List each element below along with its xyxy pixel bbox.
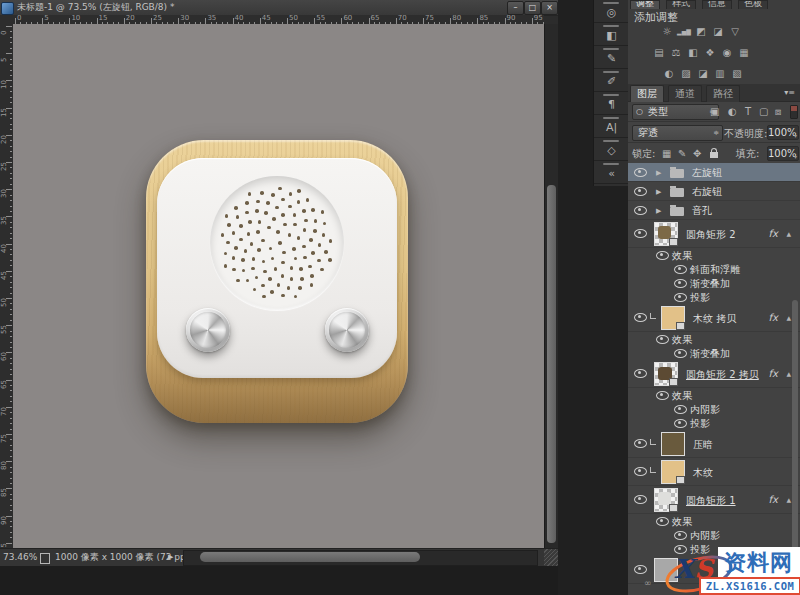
adjustment-hue-saturation[interactable]: ▤	[652, 45, 666, 60]
document-titlebar[interactable]: 未标题-1 @ 73.5% (左旋钮, RGB/8) * – □ ×	[0, 0, 558, 16]
filter-kind-select[interactable]: ○ 类型 ≑	[632, 104, 719, 120]
close-button[interactable]: ×	[541, 1, 558, 15]
effects-header-label[interactable]: 效果	[672, 249, 692, 263]
panel-menu-icon[interactable]: ▾≡	[784, 88, 795, 97]
effect-name[interactable]: 渐变叠加	[690, 347, 730, 361]
visibility-eye-icon[interactable]	[674, 405, 687, 414]
fx-collapse-icon[interactable]: ▲	[786, 314, 791, 321]
visibility-eye-icon[interactable]	[634, 187, 647, 196]
adjustment-gradient-map[interactable]: ▥	[713, 66, 727, 81]
layer-name[interactable]: 圆角矩形 1	[686, 494, 736, 508]
layer-name[interactable]: 压暗	[693, 438, 713, 452]
layer-group-row[interactable]: ▶左旋钮	[628, 163, 800, 182]
layer-row[interactable]: 木纹	[628, 458, 800, 486]
visibility-eye-icon[interactable]	[674, 265, 687, 274]
horizontal-scrollbar[interactable]	[183, 550, 538, 566]
visibility-eye-icon[interactable]	[634, 369, 647, 378]
document-canvas[interactable]	[13, 24, 544, 548]
panel-paragraph[interactable]: ¶	[594, 92, 629, 115]
visibility-eye-icon[interactable]	[674, 279, 687, 288]
visibility-eye-icon[interactable]	[634, 467, 647, 476]
visibility-eye-icon[interactable]	[656, 251, 669, 260]
fx-badge[interactable]: fx	[769, 228, 778, 239]
vertical-ruler[interactable]: 05101520253035404550556065707580859095	[0, 24, 14, 548]
layer-thumbnail[interactable]	[654, 362, 678, 386]
layer-effect-row[interactable]: 斜面和浮雕	[628, 262, 800, 275]
adjustment-levels[interactable]: ▂▅▇	[677, 24, 691, 39]
layer-name[interactable]: 木纹 拷贝	[693, 312, 736, 326]
fx-badge[interactable]: fx	[769, 312, 778, 323]
layer-effect-row[interactable]: 内阴影	[628, 402, 800, 415]
adjustment-channel-mixer[interactable]: ◉	[720, 45, 734, 60]
visibility-eye-icon[interactable]	[634, 439, 647, 448]
layer-effect-row[interactable]: 内阴影	[628, 528, 800, 541]
visibility-eye-icon[interactable]	[656, 517, 669, 526]
fx-collapse-icon[interactable]: ▲	[786, 496, 791, 503]
tab-paths[interactable]: 路径	[706, 85, 740, 102]
visibility-eye-icon[interactable]	[656, 335, 669, 344]
layer-thumbnail[interactable]	[661, 460, 685, 484]
layer-name[interactable]: 木纹	[693, 466, 713, 480]
maximize-button[interactable]: □	[524, 1, 541, 15]
layer-effect-row[interactable]: 投影	[628, 416, 800, 429]
visibility-eye-icon[interactable]	[634, 565, 647, 574]
effect-name[interactable]: 斜面和浮雕	[690, 263, 740, 277]
filter-type-icon[interactable]: T	[745, 104, 751, 119]
filter-pixel-icon[interactable]: ▣	[710, 104, 719, 119]
status-arrow-icon[interactable]: ▶	[168, 549, 173, 565]
visibility-eye-icon[interactable]	[656, 391, 669, 400]
tab-channels[interactable]: 通道	[668, 85, 702, 102]
fx-badge[interactable]: fx	[769, 368, 778, 379]
panel-3d[interactable]: ◇	[594, 138, 629, 161]
horizontal-scrollbar-thumb[interactable]	[200, 552, 420, 562]
adjustments-tab-3[interactable]: 色板	[738, 0, 768, 9]
visibility-eye-icon[interactable]	[674, 349, 687, 358]
fx-badge[interactable]: fx	[769, 494, 778, 505]
visibility-eye-icon[interactable]	[634, 168, 647, 177]
resize-grip[interactable]	[544, 549, 558, 566]
effects-header-label[interactable]: 效果	[672, 515, 692, 529]
adjustment-threshold[interactable]: ◪	[696, 66, 710, 81]
link-layers-icon[interactable]: ∞	[644, 578, 652, 588]
adjustment-posterize[interactable]: ▨	[679, 66, 693, 81]
adjustment-selective-color[interactable]: ▧	[730, 66, 744, 81]
tab-layers[interactable]: 图层	[630, 85, 664, 102]
layer-effect-row[interactable]: 效果	[628, 332, 800, 345]
effect-name[interactable]: 内阴影	[690, 403, 720, 417]
layer-effect-row[interactable]: 渐变叠加	[628, 276, 800, 289]
visibility-eye-icon[interactable]	[634, 229, 647, 238]
visibility-eye-icon[interactable]	[634, 206, 647, 215]
effect-name[interactable]: 投影	[690, 291, 710, 305]
adjustment-photo-filter[interactable]: ❖	[703, 45, 717, 60]
visibility-eye-icon[interactable]	[674, 531, 687, 540]
adjustments-tab-1[interactable]: 样式	[666, 0, 696, 9]
effect-name[interactable]: 投影	[690, 417, 710, 431]
layer-thumbnail[interactable]	[661, 432, 685, 456]
effect-name[interactable]: 渐变叠加	[690, 277, 730, 291]
layer-row[interactable]: 圆角矩形 2fx▲	[628, 220, 800, 248]
panel-brush-presets[interactable]: ✎	[594, 46, 629, 69]
layer-row[interactable]: 压暗	[628, 430, 800, 458]
fx-collapse-icon[interactable]: ▲	[786, 370, 791, 377]
layer-effect-row[interactable]: 渐变叠加	[628, 346, 800, 359]
layer-thumbnail[interactable]	[661, 306, 685, 330]
layer-thumbnail[interactable]	[654, 222, 678, 246]
vertical-scrollbar[interactable]	[544, 24, 558, 548]
effects-header-label[interactable]: 效果	[672, 333, 692, 347]
visibility-eye-icon[interactable]	[674, 419, 687, 428]
layer-effect-row[interactable]: 效果	[628, 248, 800, 261]
layer-name[interactable]: 圆角矩形 2	[686, 228, 736, 242]
visibility-eye-icon[interactable]	[674, 293, 687, 302]
lock-all-icon[interactable]	[710, 152, 718, 158]
vertical-scrollbar-thumb[interactable]	[547, 185, 556, 543]
filter-shape-icon[interactable]: ▢	[759, 104, 768, 119]
panel-share[interactable]: «	[594, 161, 629, 184]
visibility-eye-icon[interactable]	[634, 495, 647, 504]
layer-row[interactable]: 木纹 拷贝fx▲	[628, 304, 800, 332]
adjustment-invert[interactable]: ◐	[662, 66, 676, 81]
lock-transparent-icon[interactable]: ▦	[662, 146, 671, 161]
layer-effect-row[interactable]: 效果	[628, 514, 800, 527]
layer-group-row[interactable]: ▶音孔	[628, 201, 800, 220]
lock-pixels-icon[interactable]: ✎	[678, 146, 686, 161]
layer-group-row[interactable]: ▶右旋钮	[628, 182, 800, 201]
